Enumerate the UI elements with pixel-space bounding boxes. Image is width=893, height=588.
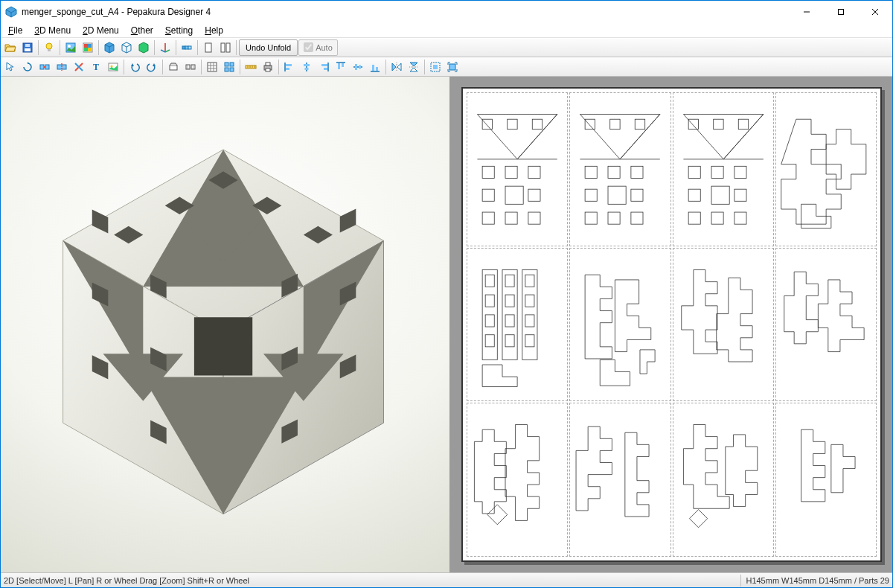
page-11[interactable] bbox=[673, 403, 774, 557]
select-tool-button[interactable] bbox=[2, 59, 19, 75]
svg-rect-10 bbox=[48, 49, 51, 51]
paper-sheet bbox=[461, 87, 882, 562]
lightbulb-button[interactable] bbox=[41, 39, 57, 56]
svg-rect-125 bbox=[532, 119, 542, 129]
page-1[interactable] bbox=[467, 92, 568, 246]
align-hcenter-button[interactable] bbox=[298, 59, 315, 75]
axis-button[interactable] bbox=[157, 39, 173, 56]
texture-button[interactable] bbox=[63, 39, 79, 56]
align-left-button[interactable] bbox=[281, 59, 298, 75]
color-button[interactable] bbox=[80, 39, 96, 56]
svg-rect-78 bbox=[342, 63, 344, 67]
menu-setting[interactable]: Setting bbox=[159, 24, 199, 37]
edgeid-button[interactable]: 11 bbox=[182, 59, 199, 75]
viewport-3d[interactable] bbox=[1, 77, 451, 572]
svg-rect-140 bbox=[585, 166, 597, 178]
svg-rect-69 bbox=[286, 68, 289, 70]
svg-rect-16 bbox=[84, 48, 88, 51]
page-4[interactable] bbox=[775, 92, 877, 246]
close-button[interactable] bbox=[858, 1, 892, 23]
undo-button[interactable] bbox=[127, 59, 143, 75]
svg-rect-27 bbox=[185, 46, 188, 49]
svg-rect-77 bbox=[338, 63, 340, 69]
menu-3d[interactable]: 3D Menu bbox=[28, 24, 77, 37]
svg-marker-122 bbox=[194, 317, 252, 375]
text-tool-button[interactable]: T bbox=[88, 59, 104, 75]
flap-button[interactable] bbox=[165, 59, 182, 75]
maximize-button[interactable] bbox=[824, 1, 858, 23]
align-bottom-button[interactable] bbox=[367, 59, 383, 75]
page-9[interactable] bbox=[467, 403, 568, 557]
align-vcenter-button[interactable] bbox=[350, 59, 366, 75]
zoom-extents-button[interactable] bbox=[444, 59, 461, 75]
svg-rect-176 bbox=[525, 334, 534, 346]
svg-rect-150 bbox=[713, 119, 723, 129]
svg-rect-131 bbox=[505, 186, 523, 204]
page-8[interactable] bbox=[775, 248, 877, 402]
svg-rect-154 bbox=[711, 166, 723, 178]
svg-rect-75 bbox=[324, 68, 327, 70]
svg-rect-84 bbox=[376, 67, 378, 71]
open-button[interactable] bbox=[2, 39, 19, 56]
svg-rect-147 bbox=[608, 212, 620, 224]
page-10[interactable] bbox=[569, 403, 670, 557]
rotate-tool-button[interactable] bbox=[19, 59, 36, 75]
svg-rect-173 bbox=[525, 275, 534, 287]
edgecolor-tool-button[interactable] bbox=[71, 59, 87, 75]
auto-checkbox[interactable]: Auto bbox=[298, 39, 338, 56]
svg-rect-151 bbox=[738, 119, 748, 129]
page-multi-button[interactable] bbox=[217, 39, 234, 56]
image-tool-button[interactable] bbox=[105, 59, 121, 75]
align-top-button[interactable] bbox=[333, 59, 349, 75]
print-button[interactable] bbox=[260, 59, 276, 75]
svg-rect-81 bbox=[359, 65, 361, 68]
shaded-button[interactable] bbox=[135, 39, 152, 56]
wireframe-button[interactable] bbox=[118, 39, 135, 56]
divide-tool-button[interactable] bbox=[54, 59, 70, 75]
page-5[interactable] bbox=[467, 248, 568, 402]
menu-other[interactable]: Other bbox=[125, 24, 159, 37]
grid-button[interactable] bbox=[204, 59, 220, 75]
arrange-button[interactable] bbox=[221, 59, 237, 75]
svg-marker-85 bbox=[392, 63, 396, 71]
toolbar-secondary: T 11 bbox=[1, 57, 892, 77]
svg-rect-132 bbox=[528, 189, 540, 201]
minimize-button[interactable] bbox=[790, 1, 824, 23]
page-6[interactable] bbox=[569, 248, 670, 402]
cube-button[interactable] bbox=[101, 39, 118, 56]
viewport-2d[interactable] bbox=[451, 77, 892, 572]
join-tool-button[interactable] bbox=[36, 59, 53, 75]
fit-button[interactable] bbox=[427, 59, 444, 75]
flipv-button[interactable] bbox=[406, 59, 422, 75]
page-single-button[interactable] bbox=[200, 39, 217, 56]
fliph-button[interactable] bbox=[388, 59, 405, 75]
page-12[interactable] bbox=[775, 403, 877, 557]
svg-rect-136 bbox=[585, 119, 595, 129]
save-button[interactable] bbox=[19, 39, 36, 56]
svg-marker-44 bbox=[153, 63, 156, 66]
workspace bbox=[1, 77, 892, 572]
svg-rect-83 bbox=[372, 65, 374, 71]
page-2[interactable] bbox=[569, 92, 670, 246]
auto-checkbox-input[interactable] bbox=[304, 42, 313, 52]
page-3[interactable] bbox=[673, 92, 774, 246]
page-7[interactable] bbox=[673, 248, 774, 402]
undo-unfold-button[interactable]: Undo Unfold bbox=[239, 39, 298, 56]
svg-rect-55 bbox=[225, 63, 228, 66]
measure-button[interactable] bbox=[243, 59, 259, 75]
svg-rect-168 bbox=[485, 334, 494, 346]
unfold-button[interactable] bbox=[179, 39, 195, 56]
align-right-button[interactable] bbox=[316, 59, 332, 75]
svg-rect-135 bbox=[528, 212, 540, 224]
menu-2d[interactable]: 2D Menu bbox=[77, 24, 125, 37]
redo-button[interactable] bbox=[144, 59, 160, 75]
svg-marker-88 bbox=[410, 63, 417, 66]
svg-rect-174 bbox=[525, 295, 534, 307]
svg-rect-123 bbox=[482, 119, 492, 129]
menu-help[interactable]: Help bbox=[199, 24, 229, 37]
menu-file[interactable]: File bbox=[2, 24, 28, 37]
svg-rect-124 bbox=[508, 119, 517, 129]
svg-rect-92 bbox=[433, 65, 438, 69]
svg-rect-3 bbox=[839, 10, 844, 15]
svg-marker-22 bbox=[139, 42, 148, 53]
